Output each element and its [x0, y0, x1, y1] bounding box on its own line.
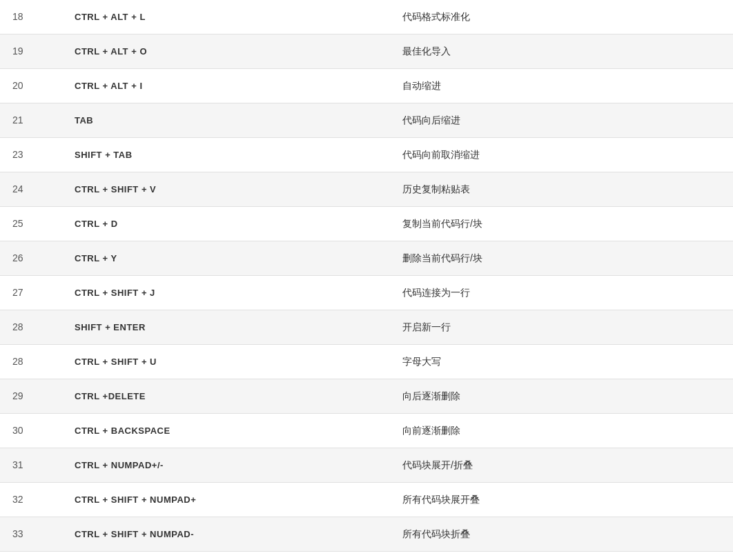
table-row: 19CTRL + ALT + O最佳化导入 — [0, 34, 733, 69]
row-description: 代码向后缩进 — [390, 103, 733, 138]
row-number: 28 — [0, 310, 62, 345]
row-number: 18 — [0, 0, 62, 34]
row-description: 自动缩进 — [390, 69, 733, 103]
row-description: 所有代码块折叠 — [390, 517, 733, 552]
row-shortcut: CTRL + Y — [62, 241, 390, 276]
row-number: 21 — [0, 103, 62, 138]
row-number: 24 — [0, 172, 62, 207]
row-number: 27 — [0, 276, 62, 310]
row-description: 向前逐渐删除 — [390, 414, 733, 448]
row-description: 代码块展开/折叠 — [390, 448, 733, 483]
table-row: 20CTRL + ALT + I自动缩进 — [0, 69, 733, 103]
row-description: 历史复制粘贴表 — [390, 172, 733, 207]
row-number: 30 — [0, 414, 62, 448]
row-description: 代码格式标准化 — [390, 0, 733, 34]
table-row: 24CTRL + SHIFT + V历史复制粘贴表 — [0, 172, 733, 207]
row-number: 28 — [0, 345, 62, 379]
row-shortcut: TAB — [62, 103, 390, 138]
table-row: 28CTRL + SHIFT + U字母大写 — [0, 345, 733, 379]
table-row: 32CTRL + SHIFT + NUMPAD+所有代码块展开叠 — [0, 483, 733, 517]
row-description: 开启新一行 — [390, 310, 733, 345]
row-description: 字母大写 — [390, 345, 733, 379]
table-row: 33CTRL + SHIFT + NUMPAD-所有代码块折叠 — [0, 517, 733, 552]
row-shortcut: CTRL +DELETE — [62, 379, 390, 414]
row-shortcut: CTRL + ALT + L — [62, 0, 390, 34]
table-row: 31CTRL + NUMPAD+/-代码块展开/折叠 — [0, 448, 733, 483]
row-description: 向后逐渐删除 — [390, 379, 733, 414]
row-number: 19 — [0, 34, 62, 69]
row-shortcut: CTRL + SHIFT + U — [62, 345, 390, 379]
table-row: 34CTRL + F4关闭活动编辑窗口创创新互联 — [0, 552, 733, 561]
row-number: 29 — [0, 379, 62, 414]
row-number: 26 — [0, 241, 62, 276]
row-shortcut: CTRL + ALT + I — [62, 69, 390, 103]
row-number: 31 — [0, 448, 62, 483]
row-description: 所有代码块展开叠 — [390, 483, 733, 517]
row-shortcut: CTRL + SHIFT + V — [62, 172, 390, 207]
table-row: 18CTRL + ALT + L代码格式标准化 — [0, 0, 733, 34]
shortcuts-table: 18CTRL + ALT + L代码格式标准化19CTRL + ALT + O最… — [0, 0, 733, 560]
row-description: 代码向前取消缩进 — [390, 138, 733, 172]
row-shortcut: CTRL + ALT + O — [62, 34, 390, 69]
table-row: 28SHIFT + ENTER开启新一行 — [0, 310, 733, 345]
table-row: 30CTRL + BACKSPACE向前逐渐删除 — [0, 414, 733, 448]
table-row: 25CTRL + D复制当前代码行/块 — [0, 207, 733, 241]
table-row: 26CTRL + Y删除当前代码行/块 — [0, 241, 733, 276]
row-description: 代码连接为一行 — [390, 276, 733, 310]
row-number: 32 — [0, 483, 62, 517]
row-number: 34 — [0, 552, 62, 561]
row-number: 23 — [0, 138, 62, 172]
row-shortcut: CTRL + F4 — [62, 552, 390, 561]
row-shortcut: CTRL + NUMPAD+/- — [62, 448, 390, 483]
row-description: 删除当前代码行/块 — [390, 241, 733, 276]
row-shortcut: SHIFT + ENTER — [62, 310, 390, 345]
row-description: 复制当前代码行/块 — [390, 207, 733, 241]
row-shortcut: SHIFT + TAB — [62, 138, 390, 172]
table-row: 21TAB代码向后缩进 — [0, 103, 733, 138]
row-shortcut: CTRL + D — [62, 207, 390, 241]
main-container: 18CTRL + ALT + L代码格式标准化19CTRL + ALT + O最… — [0, 0, 733, 560]
table-row: 23SHIFT + TAB代码向前取消缩进 — [0, 138, 733, 172]
row-description: 最佳化导入 — [390, 34, 733, 69]
row-number: 25 — [0, 207, 62, 241]
row-shortcut: CTRL + SHIFT + J — [62, 276, 390, 310]
row-description: 关闭活动编辑窗口创创新互联 — [390, 552, 733, 561]
table-row: 29CTRL +DELETE向后逐渐删除 — [0, 379, 733, 414]
row-shortcut: CTRL + SHIFT + NUMPAD+ — [62, 483, 390, 517]
row-number: 33 — [0, 517, 62, 552]
table-row: 27CTRL + SHIFT + J代码连接为一行 — [0, 276, 733, 310]
row-shortcut: CTRL + SHIFT + NUMPAD- — [62, 517, 390, 552]
row-number: 20 — [0, 69, 62, 103]
row-shortcut: CTRL + BACKSPACE — [62, 414, 390, 448]
